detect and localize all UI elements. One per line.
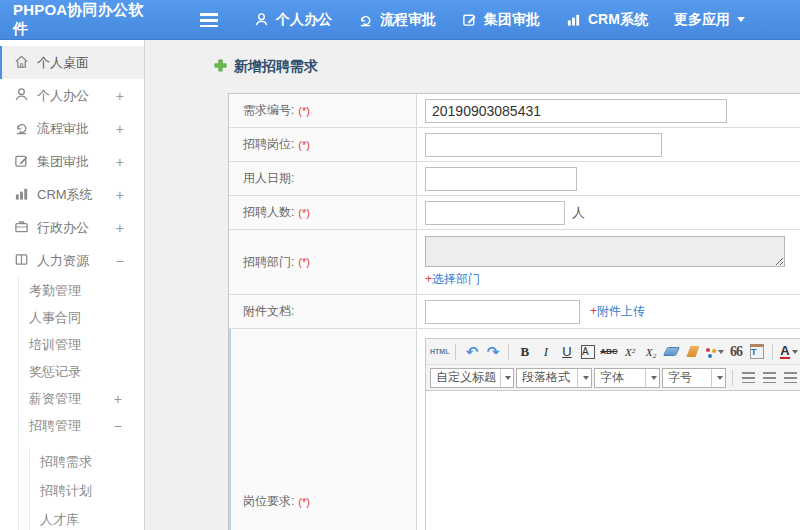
- sidebar-item-workflow-approval[interactable]: 流程审批 +: [0, 112, 144, 145]
- collapse-minus-icon[interactable]: −: [116, 253, 124, 269]
- sidebar-item-personal-desktop[interactable]: 个人桌面: [0, 46, 144, 79]
- sidebar-item-recruit-demand[interactable]: 招聘需求: [30, 447, 144, 476]
- attachment-upload-link[interactable]: +附件上传: [590, 303, 645, 320]
- strikethrough-button[interactable]: ABC: [599, 342, 618, 361]
- nav-label: 更多应用: [674, 11, 730, 29]
- editor-content-area[interactable]: [426, 391, 800, 530]
- sidebar-item-human-resources[interactable]: 人力资源 −: [0, 244, 144, 277]
- nav-more-apps[interactable]: 更多应用: [674, 11, 745, 29]
- expand-plus-icon[interactable]: +: [116, 88, 124, 104]
- position-input[interactable]: [425, 133, 662, 157]
- custom-heading-select[interactable]: 自定义标题: [430, 368, 514, 388]
- sidebar-item-label: 个人办公: [37, 87, 89, 105]
- brush-icon: [686, 346, 699, 357]
- sidebar-item-attendance[interactable]: 考勤管理: [19, 277, 144, 304]
- sidebar-item-label: 流程审批: [37, 120, 89, 138]
- field-label: 招聘人数:(*): [229, 196, 417, 229]
- workflow-icon: [358, 12, 373, 27]
- sidebar-item-rewards[interactable]: 奖惩记录: [19, 358, 144, 385]
- sidebar-item-label: 人才库: [40, 511, 79, 529]
- sidebar-item-salary[interactable]: 薪资管理 +: [19, 385, 144, 412]
- headcount-unit-label: 人: [572, 204, 585, 222]
- sidebar-item-label: 薪资管理: [29, 390, 81, 408]
- superscript-icon: X²: [625, 346, 635, 358]
- underline-button[interactable]: U: [557, 342, 576, 361]
- sidebar-item-label: 培训管理: [29, 336, 81, 354]
- expand-plus-icon[interactable]: +: [116, 154, 124, 170]
- subscript-button[interactable]: X₂: [641, 342, 660, 361]
- color-palette-button[interactable]: [704, 342, 724, 361]
- hr-submenu: 考勤管理 人事合同 培训管理 奖惩记录 薪资管理 + 招聘管理 − 招聘需求: [18, 277, 144, 530]
- sidebar-item-training[interactable]: 培训管理: [19, 331, 144, 358]
- clipboard-icon: T: [750, 344, 764, 359]
- sidebar-item-label: 人事合同: [29, 309, 81, 327]
- sidebar-item-crm-system[interactable]: CRM系统 +: [0, 178, 144, 211]
- format-brush-button[interactable]: [683, 342, 702, 361]
- field-label: 附件文档:: [229, 295, 417, 328]
- headcount-input[interactable]: [425, 201, 565, 225]
- align-left-button[interactable]: [739, 369, 758, 387]
- superscript-button[interactable]: X²: [620, 342, 639, 361]
- attachment-input[interactable]: [425, 300, 580, 324]
- sidebar-item-admin-office[interactable]: 行政办公 +: [0, 211, 144, 244]
- field-label: 用人日期:: [229, 162, 417, 195]
- recruitment-submenu: 招聘需求 招聘计划 人才库: [29, 447, 144, 530]
- form-row-hire-date: 用人日期:: [229, 162, 800, 196]
- remove-format-button[interactable]: [662, 342, 681, 361]
- paragraph-format-select[interactable]: 段落格式: [516, 368, 592, 388]
- sidebar-toggle-button[interactable]: [200, 13, 218, 27]
- expand-plus-icon[interactable]: +: [116, 187, 124, 203]
- sidebar-item-label: CRM系统: [37, 186, 93, 204]
- expand-plus-icon[interactable]: +: [116, 121, 124, 137]
- sidebar-item-group-approval[interactable]: 集团审批 +: [0, 145, 144, 178]
- sidebar-item-personal-office[interactable]: 个人办公 +: [0, 79, 144, 112]
- nav-label: 个人办公: [276, 11, 332, 29]
- blockquote-button[interactable]: 66: [726, 342, 745, 361]
- chevron-down-icon: [737, 17, 745, 26]
- html-source-button[interactable]: HTML: [430, 342, 449, 361]
- chevron-down-icon: [505, 376, 511, 383]
- nav-label: CRM系统: [588, 11, 648, 29]
- toolbar-separator: [455, 344, 456, 360]
- bold-button[interactable]: B: [515, 342, 534, 361]
- department-textarea[interactable]: [425, 236, 785, 267]
- expand-plus-icon[interactable]: +: [116, 220, 124, 236]
- sidebar-item-hr-contract[interactable]: 人事合同: [19, 304, 144, 331]
- field-label: 招聘岗位:(*): [229, 128, 417, 161]
- nav-group-approval[interactable]: 集团审批: [462, 11, 540, 29]
- rich-text-editor: HTML ↶ ↷ B I U A ABC X² X₂: [425, 338, 800, 530]
- redo-button[interactable]: ↷: [483, 342, 502, 361]
- font-family-select[interactable]: 字体: [594, 368, 660, 388]
- chevron-down-icon: [651, 376, 657, 383]
- workflow-icon: [14, 120, 37, 138]
- quote-icon: 66: [730, 344, 742, 360]
- align-right-button[interactable]: [781, 369, 800, 387]
- expand-plus-icon[interactable]: +: [114, 391, 122, 407]
- editor-toolbar-row2: 自定义标题 段落格式 字体 字号: [426, 365, 800, 391]
- bar-chart-icon: [14, 186, 37, 204]
- paste-button[interactable]: T: [747, 342, 766, 361]
- person-icon: [14, 87, 37, 105]
- sidebar-item-recruit-plan[interactable]: 招聘计划: [30, 476, 144, 505]
- sidebar-item-label: 人力资源: [37, 252, 89, 270]
- nav-workflow-approval[interactable]: 流程审批: [358, 11, 436, 29]
- italic-button[interactable]: I: [536, 342, 555, 361]
- sidebar-item-label: 行政办公: [37, 219, 89, 237]
- required-mark: (*): [298, 139, 310, 151]
- sidebar-item-talent-pool[interactable]: 人才库: [30, 505, 144, 530]
- sidebar-item-recruitment[interactable]: 招聘管理 −: [19, 412, 144, 439]
- select-department-link[interactable]: +选择部门: [425, 271, 480, 288]
- font-style-button[interactable]: A: [578, 342, 597, 361]
- font-size-select[interactable]: 字号: [662, 368, 726, 388]
- demand-no-input[interactable]: [425, 99, 727, 123]
- form-row-attachment: 附件文档: +附件上传: [229, 295, 800, 329]
- font-color-button[interactable]: A: [779, 342, 798, 361]
- align-center-button[interactable]: [760, 369, 779, 387]
- collapse-minus-icon[interactable]: −: [114, 418, 122, 434]
- hire-date-input[interactable]: [425, 167, 577, 191]
- nav-label: 流程审批: [380, 11, 436, 29]
- undo-button[interactable]: ↶: [462, 342, 481, 361]
- home-icon: [14, 54, 37, 72]
- nav-personal-office[interactable]: 个人办公: [254, 11, 332, 29]
- nav-crm-system[interactable]: CRM系统: [566, 11, 648, 29]
